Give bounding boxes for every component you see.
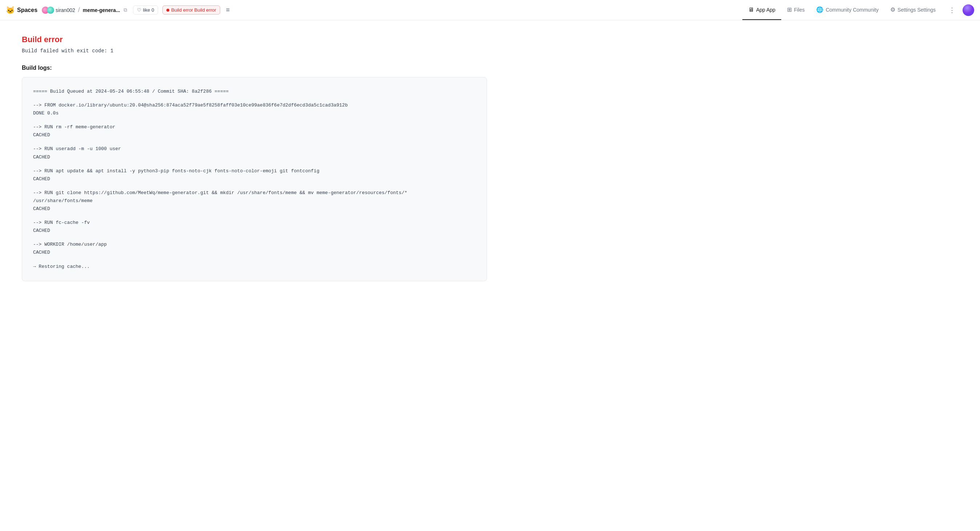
list-icon-button[interactable]: ≡ (224, 5, 231, 14)
user-avatar[interactable] (963, 4, 974, 16)
tab-app[interactable]: 🖥 App App (742, 0, 781, 20)
build-failed-message: Build failed with exit code: 1 (22, 48, 487, 54)
log-spacer (33, 161, 476, 167)
repo-info: siran002 / meme-genera... ⧉ (42, 6, 129, 14)
owner-avatar-teal (47, 6, 54, 14)
tab-community[interactable]: 🌐 Community Community (810, 0, 884, 20)
brand-logo[interactable]: 🐱 Spaces (6, 6, 37, 14)
repo-owner-label: siran002 (56, 7, 75, 13)
log-line: DONE 0.0s (33, 109, 476, 117)
log-line: --> WORKDIR /home/user/app (33, 241, 476, 249)
log-line: CACHED (33, 131, 476, 139)
log-line: --> RUN apt update && apt install -y pyt… (33, 167, 476, 175)
log-line: CACHED (33, 153, 476, 161)
repo-owner: siran002 (42, 6, 75, 14)
log-spacer (33, 117, 476, 123)
log-line: CACHED (33, 249, 476, 257)
build-error-title: Build error (22, 35, 487, 44)
brand-label: Spaces (17, 7, 37, 13)
tab-settings[interactable]: ⚙ Settings Settings (885, 0, 942, 20)
log-line: CACHED (33, 205, 476, 213)
log-line: → Restoring cache... (33, 263, 476, 271)
tab-app-label: App App (756, 7, 775, 13)
more-button[interactable]: ⋮ (946, 5, 958, 16)
app-icon: 🖥 (748, 6, 754, 13)
log-spacer (33, 213, 476, 219)
log-line: --> RUN useradd -m -u 1000 user (33, 145, 476, 153)
like-label: like (143, 7, 150, 13)
log-container[interactable]: ===== Build Queued at 2024-05-24 06:55:4… (22, 77, 487, 281)
community-icon: 🌐 (816, 6, 823, 13)
build-error-badge-label: Build error Build error (171, 7, 216, 13)
build-error-dot (166, 9, 169, 12)
log-spacer (33, 235, 476, 241)
main-content: Build error Build failed with exit code:… (0, 20, 509, 296)
log-line: CACHED (33, 227, 476, 235)
log-spacer (33, 183, 476, 189)
log-line: --> RUN fc-cache -fv (33, 219, 476, 227)
log-spacer (33, 257, 476, 263)
log-spacer (33, 96, 476, 101)
log-line: ===== Build Queued at 2024-05-24 06:55:4… (33, 88, 476, 96)
settings-icon: ⚙ (890, 6, 895, 13)
repo-separator: / (78, 6, 80, 14)
tab-community-label: Community Community (826, 7, 878, 13)
tab-files[interactable]: ⊞ Files (781, 0, 811, 20)
brand-emoji: 🐱 (6, 6, 15, 14)
repo-copy-button[interactable]: ⧉ (122, 6, 129, 14)
owner-avatars (42, 6, 54, 14)
like-count: 0 (151, 7, 154, 13)
like-icon: ♡ (137, 7, 142, 13)
navbar: 🐱 Spaces siran002 / meme-genera... ⧉ ♡ l… (0, 0, 980, 20)
files-icon: ⊞ (787, 6, 792, 13)
log-line: --> FROM docker.io/library/ubuntu:20.04@… (33, 101, 476, 109)
tab-settings-label: Settings Settings (897, 7, 935, 13)
log-line: --> RUN rm -rf meme-generator (33, 123, 476, 131)
log-line: --> RUN git clone https://github.com/Mee… (33, 189, 476, 197)
build-error-badge[interactable]: Build error Build error (162, 5, 220, 14)
tab-files-label: Files (794, 7, 805, 13)
log-line: /usr/share/fonts/meme (33, 197, 476, 205)
build-logs-label: Build logs: (22, 65, 487, 71)
nav-tabs: 🖥 App App ⊞ Files 🌐 Community Community … (742, 0, 942, 20)
log-spacer (33, 139, 476, 145)
log-line: CACHED (33, 175, 476, 183)
repo-name[interactable]: meme-genera... (83, 7, 120, 13)
like-button[interactable]: ♡ like 0 (133, 5, 158, 14)
